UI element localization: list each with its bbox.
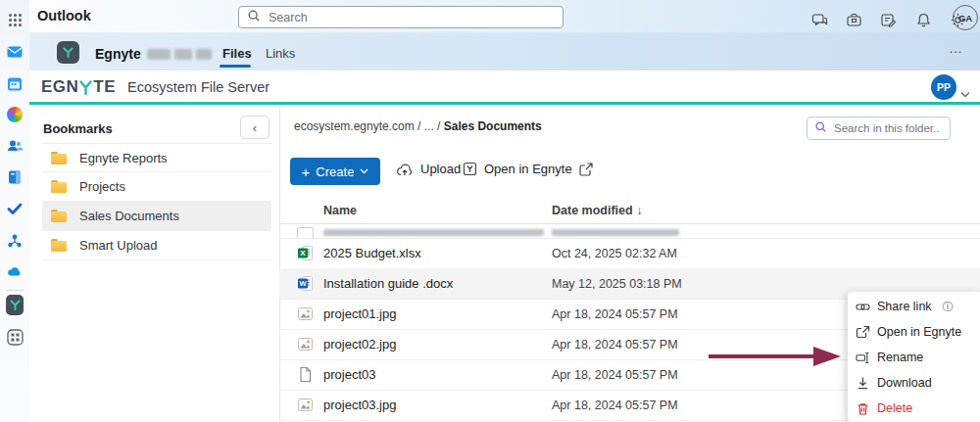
account-avatar[interactable]: GA — [953, 5, 978, 30]
folder-icon — [51, 152, 67, 164]
org-chart-icon[interactable] — [6, 232, 24, 250]
copilot-icon[interactable] — [6, 106, 24, 123]
table-header: Name Date modified ↓ — [279, 201, 980, 224]
notifications-icon[interactable] — [915, 12, 932, 28]
redacted-text — [147, 49, 171, 60]
folder-search-input[interactable] — [832, 121, 944, 135]
sidebar-item-sales-documents[interactable]: Sales Documents — [42, 202, 271, 231]
redacted-text — [174, 49, 192, 60]
column-date-modified[interactable]: Date modified ↓ — [552, 204, 642, 217]
folder-icon — [51, 210, 67, 222]
image-file-icon — [297, 397, 314, 413]
sidebar-item-egnyte-reports[interactable]: Egnyte Reports — [42, 143, 271, 172]
egnyte-app-icon[interactable] — [6, 296, 24, 313]
chevron-down-icon — [360, 168, 368, 174]
tab-files[interactable]: Files — [222, 46, 252, 61]
table-row-2025-budget[interactable]: X 2025 Budget.xlsx Oct 24, 2025 02:32 AM — [279, 238, 980, 269]
mail-icon[interactable] — [6, 43, 24, 61]
sidebar-item-projects[interactable]: Projects — [42, 172, 271, 202]
more-apps-icon[interactable] — [6, 328, 24, 346]
active-tab-underline — [220, 65, 251, 68]
svg-text:W: W — [299, 279, 307, 288]
egnyte-logo: EGNTE — [41, 77, 116, 97]
annotation-arrow — [704, 343, 846, 370]
todo-icon[interactable] — [6, 200, 24, 217]
folder-icon — [51, 239, 67, 252]
menu-item-open-in-egnyte[interactable]: Open in Egnyte — [848, 319, 980, 345]
egnyte-logo-mark — [79, 80, 92, 95]
egnyte-brand-header: EGNTE Ecosystem File Server PP — [29, 70, 980, 102]
image-file-icon — [297, 305, 314, 322]
sidebar-collapse-button[interactable]: ‹ — [240, 116, 270, 139]
file-context-menu: Share link ⓘ Open in Egnyte Rename Downl… — [848, 292, 980, 422]
search-icon — [247, 9, 261, 26]
app-launcher-icon[interactable] — [6, 11, 24, 28]
trash-icon — [856, 401, 870, 416]
outlook-egnyte-window: Outlook GA Egnyte Files Links … E — [0, 0, 980, 422]
upload-button[interactable]: Upload — [390, 161, 466, 177]
redacted-text — [552, 229, 679, 236]
table-row-partial[interactable] — [279, 223, 980, 239]
bookmarks-sidebar: Bookmarks ‹ Egnyte Reports Projects Sale… — [29, 105, 280, 422]
sort-desc-icon: ↓ — [636, 204, 642, 217]
share-link-icon — [856, 300, 870, 314]
column-name[interactable]: Name — [323, 204, 357, 217]
people-icon[interactable] — [6, 137, 24, 155]
menu-item-download[interactable]: Download — [848, 370, 980, 396]
app-title: Outlook — [37, 8, 91, 23]
word-file-icon: W — [297, 275, 314, 292]
notes-icon[interactable] — [880, 12, 897, 28]
global-search-box[interactable] — [238, 6, 564, 28]
app-rail — [0, 0, 29, 422]
rail-divider — [6, 290, 24, 291]
rename-icon — [856, 351, 870, 365]
upload-cloud-icon — [396, 163, 414, 176]
svg-text:X: X — [300, 249, 306, 258]
open-in-egnyte-button[interactable]: Open in Egnyte — [457, 161, 599, 177]
tab-bar-overflow[interactable]: … — [949, 40, 963, 56]
sidebar-title: Bookmarks — [43, 121, 113, 136]
egnyte-tab-icon — [57, 41, 79, 64]
menu-item-rename[interactable]: Rename — [848, 345, 980, 370]
product-name: Ecosystem File Server — [127, 79, 270, 95]
breadcrumb-current: Sales Documents — [444, 119, 542, 133]
plus-icon: + — [302, 164, 311, 179]
egnyte-app-name: Egnyte — [95, 46, 141, 62]
briefcase-icon[interactable] — [846, 12, 862, 28]
search-icon — [814, 119, 827, 137]
breadcrumb[interactable]: ecosystem.egnyte.com / ... / Sales Docum… — [294, 119, 542, 133]
download-icon — [856, 376, 870, 391]
calendar-icon[interactable] — [6, 75, 24, 93]
menu-item-delete[interactable]: Delete — [848, 396, 980, 421]
folder-search-box[interactable] — [807, 117, 951, 140]
info-icon: ⓘ — [943, 300, 954, 314]
menu-item-share-link[interactable]: Share link ⓘ — [848, 294, 980, 319]
generic-file-icon — [297, 366, 314, 383]
create-button[interactable]: + Create — [290, 158, 380, 185]
global-search-input[interactable] — [267, 10, 535, 25]
chevron-down-icon[interactable] — [960, 84, 970, 102]
chat-icon[interactable] — [811, 12, 828, 28]
redacted-text — [196, 49, 212, 60]
journal-icon[interactable] — [6, 168, 24, 186]
outlook-top-bar: Outlook GA — [29, 0, 980, 32]
excel-file-icon: X — [297, 245, 314, 261]
egnyte-user-avatar[interactable]: PP — [931, 74, 956, 100]
tab-links[interactable]: Links — [266, 46, 295, 61]
onedrive-icon[interactable] — [6, 263, 24, 281]
external-link-icon — [579, 163, 593, 176]
open-external-icon — [856, 325, 870, 340]
sidebar-item-smart-upload[interactable]: Smart Upload — [42, 231, 271, 260]
redacted-text — [323, 229, 544, 236]
folder-icon — [51, 180, 67, 193]
egnyte-box-icon — [463, 162, 477, 176]
image-file-icon — [297, 336, 314, 352]
egnyte-app-tab-bar: Egnyte Files Links … — [29, 32, 980, 70]
